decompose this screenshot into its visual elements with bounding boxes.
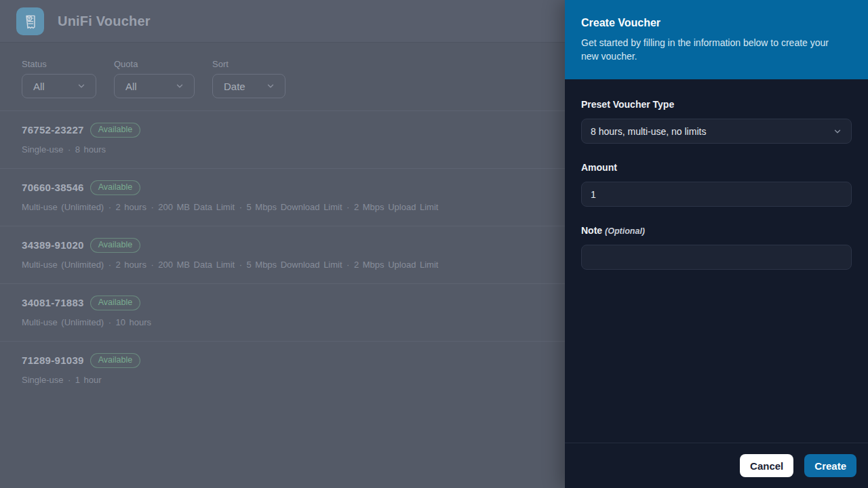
- create-button[interactable]: Create: [804, 454, 856, 477]
- drawer-title: Create Voucher: [581, 17, 852, 29]
- filter-quota: Quota All: [114, 59, 195, 98]
- voucher-status-badge: Available: [90, 123, 141, 138]
- chevron-down-icon: [175, 81, 184, 91]
- sort-select-value: Date: [224, 81, 245, 92]
- status-select[interactable]: All: [22, 74, 96, 98]
- voucher-code: 76752-23227: [22, 124, 84, 136]
- preset-voucher-type-select[interactable]: 8 hours, multi-use, no limits: [581, 119, 852, 144]
- drawer-subtitle: Get started by filling in the informatio…: [581, 36, 846, 63]
- amount-field-label: Amount: [581, 162, 852, 173]
- drawer-header: Create Voucher Get started by filling in…: [565, 0, 868, 79]
- note-input[interactable]: [581, 245, 852, 270]
- create-voucher-drawer: Create Voucher Get started by filling in…: [565, 0, 868, 488]
- drawer-body: Preset Voucher Type 8 hours, multi-use, …: [565, 79, 868, 443]
- cancel-button[interactable]: Cancel: [740, 454, 793, 477]
- amount-field: Amount: [581, 162, 852, 207]
- voucher-code: 34081-71883: [22, 297, 84, 308]
- filter-sort: Sort Date: [212, 59, 285, 98]
- note-field-label: Note (Optional): [581, 225, 852, 236]
- note-optional-hint: (Optional): [605, 226, 645, 236]
- sort-select[interactable]: Date: [212, 74, 285, 98]
- chevron-down-icon: [77, 81, 86, 91]
- voucher-status-badge: Available: [90, 296, 141, 310]
- status-select-value: All: [33, 81, 45, 92]
- app-logo: [16, 7, 44, 35]
- voucher-status-badge: Available: [90, 353, 141, 368]
- preset-select-value: 8 hours, multi-use, no limits: [591, 126, 706, 137]
- filter-sort-label: Sort: [212, 59, 285, 69]
- app-title: UniFi Voucher: [58, 14, 151, 29]
- voucher-receipt-icon: [22, 12, 39, 30]
- chevron-down-icon: [266, 81, 275, 91]
- quota-select-value: All: [125, 81, 137, 92]
- filter-status-label: Status: [22, 59, 96, 69]
- voucher-code: 34389-91020: [22, 239, 84, 251]
- note-field: Note (Optional): [581, 225, 852, 270]
- filter-quota-label: Quota: [114, 59, 195, 69]
- voucher-status-badge: Available: [90, 238, 141, 253]
- drawer-footer: Cancel Create: [565, 443, 868, 488]
- amount-input[interactable]: [581, 182, 852, 207]
- voucher-code: 71289-91039: [22, 354, 84, 366]
- voucher-code: 70660-38546: [22, 182, 84, 193]
- chevron-down-icon: [833, 127, 842, 136]
- voucher-status-badge: Available: [90, 180, 141, 195]
- filter-status: Status All: [22, 59, 96, 98]
- preset-field: Preset Voucher Type 8 hours, multi-use, …: [581, 99, 852, 144]
- quota-select[interactable]: All: [114, 74, 195, 98]
- preset-field-label: Preset Voucher Type: [581, 99, 852, 110]
